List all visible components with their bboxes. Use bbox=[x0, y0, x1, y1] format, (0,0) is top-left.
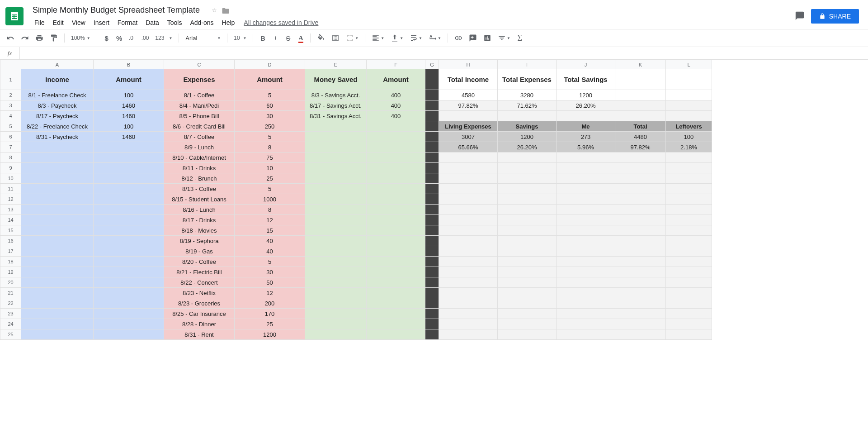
menu-insert[interactable]: Insert bbox=[90, 17, 113, 28]
percent-icon[interactable]: % bbox=[113, 32, 125, 44]
folder-icon[interactable] bbox=[222, 7, 230, 16]
paint-format-icon[interactable] bbox=[47, 32, 61, 44]
bold-icon[interactable]: B bbox=[257, 32, 269, 44]
share-button[interactable]: SHARE bbox=[811, 9, 859, 24]
star-icon[interactable]: ☆ bbox=[212, 7, 217, 16]
insert-link-icon[interactable] bbox=[452, 32, 465, 44]
text-color-icon[interactable]: A bbox=[295, 32, 307, 44]
menubar: File Edit View Insert Format Data Tools … bbox=[31, 17, 795, 28]
fx-label: fx bbox=[0, 47, 20, 59]
comments-icon[interactable] bbox=[795, 11, 805, 22]
merge-cells-icon[interactable]: ▼ bbox=[343, 32, 361, 44]
menu-data[interactable]: Data bbox=[142, 17, 163, 28]
titlebar: Simple Monthly Budget Spreadsheet Templa… bbox=[0, 0, 868, 29]
menu-edit[interactable]: Edit bbox=[49, 17, 67, 28]
svg-rect-4 bbox=[14, 14, 14, 19]
increase-decimal-icon[interactable]: .00 bbox=[139, 32, 152, 44]
strikethrough-icon[interactable]: S bbox=[282, 32, 294, 44]
decrease-decimal-icon[interactable]: .0 bbox=[126, 32, 138, 44]
currency-icon[interactable]: $ bbox=[101, 32, 113, 44]
functions-icon[interactable]: Σ bbox=[514, 32, 526, 44]
sheets-app-icon[interactable] bbox=[5, 7, 24, 25]
zoom-select[interactable]: 100%▼ bbox=[68, 32, 93, 44]
save-status[interactable]: All changes saved in Drive bbox=[244, 19, 318, 26]
formula-input[interactable] bbox=[20, 47, 868, 59]
redo-icon[interactable] bbox=[18, 32, 32, 44]
menu-file[interactable]: File bbox=[31, 17, 48, 28]
toolbar: 100%▼ $ % .0 .00 123▼ Arial▼ 10▼ B I S A… bbox=[0, 29, 868, 47]
v-align-icon[interactable]: ▼ bbox=[388, 32, 406, 44]
menu-tools[interactable]: Tools bbox=[164, 17, 186, 28]
font-size-select[interactable]: 10▼ bbox=[231, 32, 249, 44]
italic-icon[interactable]: I bbox=[269, 32, 281, 44]
menu-help[interactable]: Help bbox=[218, 17, 239, 28]
number-format-select[interactable]: 123▼ bbox=[152, 32, 175, 44]
fill-color-icon[interactable] bbox=[314, 32, 328, 44]
share-label: SHARE bbox=[829, 13, 851, 20]
undo-icon[interactable] bbox=[4, 32, 17, 44]
h-align-icon[interactable]: ▼ bbox=[369, 32, 387, 44]
insert-comment-icon[interactable] bbox=[466, 32, 480, 44]
filter-icon[interactable]: ▼ bbox=[495, 32, 513, 44]
borders-icon[interactable] bbox=[329, 32, 342, 44]
insert-chart-icon[interactable] bbox=[481, 32, 494, 44]
font-select[interactable]: Arial▼ bbox=[183, 32, 223, 44]
lock-icon bbox=[819, 13, 826, 19]
text-wrap-icon[interactable]: ▼ bbox=[407, 32, 425, 44]
formula-bar: fx bbox=[0, 47, 868, 60]
menu-addons[interactable]: Add-ons bbox=[186, 17, 217, 28]
text-rotation-icon[interactable]: ▼ bbox=[426, 32, 444, 44]
menu-format[interactable]: Format bbox=[114, 17, 141, 28]
menu-view[interactable]: View bbox=[68, 17, 89, 28]
document-title[interactable]: Simple Monthly Budget Spreadsheet Templa… bbox=[31, 5, 202, 16]
print-icon[interactable] bbox=[33, 32, 46, 44]
